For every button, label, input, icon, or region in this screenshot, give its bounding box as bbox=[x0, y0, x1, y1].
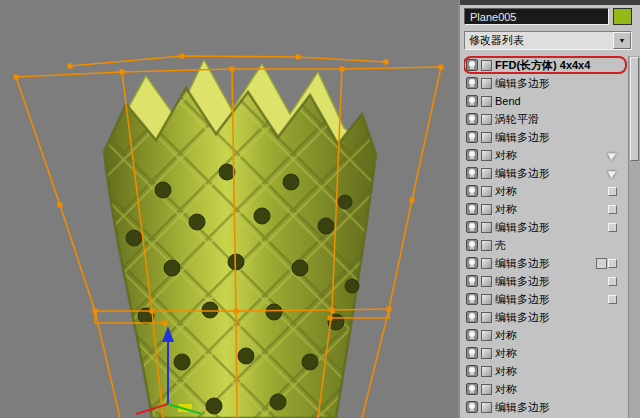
show-end-result-arrow-icon[interactable] bbox=[608, 168, 619, 179]
modifier-row[interactable]: 壳 bbox=[464, 236, 627, 254]
modifier-label: FFD(长方体) 4x4x4 bbox=[495, 58, 590, 73]
stack-scrollbar[interactable] bbox=[628, 56, 640, 418]
modifier-onoff-bulb-icon[interactable] bbox=[466, 59, 478, 71]
modifier-onoff-bulb-icon[interactable] bbox=[466, 185, 478, 197]
modifier-type-icon bbox=[481, 186, 492, 197]
modifier-type-icon bbox=[481, 78, 492, 89]
modifier-type-icon bbox=[481, 276, 492, 287]
modifier-gizmo-icon[interactable] bbox=[608, 295, 617, 304]
modifier-type-icon bbox=[481, 114, 492, 125]
modifier-onoff-bulb-icon[interactable] bbox=[466, 77, 478, 89]
modifier-row[interactable]: 对称 bbox=[464, 380, 627, 398]
modifier-label: Bend bbox=[495, 95, 521, 107]
modifier-row[interactable]: 编辑多边形 bbox=[464, 272, 627, 290]
modifier-row[interactable]: 对称 bbox=[464, 362, 627, 380]
modifier-type-icon bbox=[481, 366, 492, 377]
modifier-label: 编辑多边形 bbox=[495, 256, 550, 271]
modifier-label: 编辑多边形 bbox=[495, 310, 550, 325]
modifier-gizmo-icon[interactable] bbox=[608, 277, 617, 286]
modifier-onoff-bulb-icon[interactable] bbox=[466, 221, 478, 233]
modifier-row[interactable]: 编辑多边形 bbox=[464, 164, 627, 182]
modifier-onoff-bulb-icon[interactable] bbox=[466, 203, 478, 215]
modifier-row[interactable]: 编辑多边形 bbox=[464, 74, 627, 92]
modifier-onoff-bulb-icon[interactable] bbox=[466, 383, 478, 395]
modifier-onoff-bulb-icon[interactable] bbox=[466, 347, 478, 359]
3dsmax-window: Plane005 修改器列表 ▼ FFD(长方体) 4x4x4 编辑多边形 Be… bbox=[0, 0, 640, 418]
modifier-row[interactable]: 涡轮平滑 bbox=[464, 110, 627, 128]
modifier-onoff-bulb-icon[interactable] bbox=[466, 401, 478, 413]
modifier-onoff-bulb-icon[interactable] bbox=[466, 311, 478, 323]
modifier-row[interactable]: FFD(长方体) 4x4x4 bbox=[464, 56, 627, 74]
modifier-type-icon bbox=[481, 330, 492, 341]
modifier-label: 涡轮平滑 bbox=[495, 112, 539, 127]
show-end-result-arrow-icon[interactable] bbox=[608, 150, 619, 161]
modifier-label: 编辑多边形 bbox=[495, 76, 550, 91]
modifier-onoff-bulb-icon[interactable] bbox=[466, 365, 478, 377]
panel-top-strip bbox=[460, 0, 640, 5]
modifier-row[interactable]: 编辑多边形 bbox=[464, 290, 627, 308]
modifier-label: 对称 bbox=[495, 184, 517, 199]
modifier-list-dropdown[interactable]: 修改器列表 ▼ bbox=[464, 31, 632, 50]
modifier-row[interactable]: 对称 bbox=[464, 182, 627, 200]
modifier-label: 对称 bbox=[495, 148, 517, 163]
modifier-row[interactable]: 编辑多边形 bbox=[464, 218, 627, 236]
modifier-onoff-bulb-icon[interactable] bbox=[466, 113, 478, 125]
modifier-row[interactable]: Bend bbox=[464, 92, 627, 110]
modifier-onoff-bulb-icon[interactable] bbox=[466, 293, 478, 305]
modifier-onoff-bulb-icon[interactable] bbox=[466, 167, 478, 179]
modifier-row[interactable]: 对称 bbox=[464, 326, 627, 344]
chevron-down-icon[interactable]: ▼ bbox=[613, 32, 631, 49]
modifier-row[interactable]: 编辑多边形 bbox=[464, 308, 627, 326]
modifier-type-icon bbox=[481, 150, 492, 161]
modifier-row[interactable]: 对称 bbox=[464, 146, 627, 164]
modifier-onoff-bulb-icon[interactable] bbox=[466, 257, 478, 269]
modifier-type-icon bbox=[481, 402, 492, 413]
modifier-label: 对称 bbox=[495, 346, 517, 361]
modifier-stack: FFD(长方体) 4x4x4 编辑多边形 Bend 涡轮平滑 编辑多边形 对称 … bbox=[464, 56, 627, 418]
modifier-onoff-bulb-icon[interactable] bbox=[466, 329, 478, 341]
modifier-onoff-bulb-icon[interactable] bbox=[466, 149, 478, 161]
modifier-type-icon bbox=[481, 204, 492, 215]
modifier-row[interactable]: 对称 bbox=[464, 344, 627, 362]
modifier-list-dropdown-label: 修改器列表 bbox=[465, 32, 613, 49]
modifier-row[interactable]: 编辑多边形 bbox=[464, 398, 627, 416]
modifier-onoff-bulb-icon[interactable] bbox=[466, 275, 478, 287]
modifier-type-icon bbox=[481, 96, 492, 107]
modifier-label: 对称 bbox=[495, 382, 517, 397]
modifier-type-icon bbox=[481, 132, 492, 143]
viewport-canvas bbox=[0, 0, 458, 418]
modifier-gizmo-icon[interactable] bbox=[608, 205, 617, 214]
modifier-type-icon bbox=[481, 222, 492, 233]
modifier-onoff-bulb-icon[interactable] bbox=[466, 95, 478, 107]
modifier-type-icon bbox=[481, 312, 492, 323]
modifier-gizmo-icon[interactable] bbox=[608, 187, 617, 196]
modifier-row[interactable]: 编辑多边形 bbox=[464, 128, 627, 146]
modifier-label: 编辑多边形 bbox=[495, 274, 550, 289]
modifier-onoff-bulb-icon[interactable] bbox=[466, 131, 478, 143]
modifier-label: 对称 bbox=[495, 364, 517, 379]
object-name-field[interactable]: Plane005 bbox=[464, 8, 609, 25]
modifier-label: 壳 bbox=[495, 238, 506, 253]
modifier-label: 编辑多边形 bbox=[495, 400, 550, 415]
object-name-row: Plane005 bbox=[464, 8, 632, 25]
stack-scrollbar-thumb[interactable] bbox=[630, 57, 639, 161]
modifier-row[interactable]: 编辑多边形 bbox=[464, 254, 627, 272]
modifier-type-icon bbox=[481, 60, 492, 71]
modifier-gizmo-icon[interactable] bbox=[608, 223, 617, 232]
modifier-label: 编辑多边形 bbox=[495, 292, 550, 307]
modifier-row[interactable]: 对称 bbox=[464, 200, 627, 218]
modifier-onoff-bulb-icon[interactable] bbox=[466, 239, 478, 251]
modify-panel: Plane005 修改器列表 ▼ FFD(长方体) 4x4x4 编辑多边形 Be… bbox=[458, 0, 640, 418]
modifier-gizmo-icon[interactable] bbox=[608, 259, 617, 268]
object-color-swatch[interactable] bbox=[613, 8, 632, 25]
modifier-label: 对称 bbox=[495, 328, 517, 343]
modifier-label: 编辑多边形 bbox=[495, 220, 550, 235]
modifier-type-icon bbox=[481, 258, 492, 269]
modifier-stack-area: FFD(长方体) 4x4x4 编辑多边形 Bend 涡轮平滑 编辑多边形 对称 … bbox=[462, 56, 640, 418]
modifier-type-icon bbox=[481, 348, 492, 359]
perspective-viewport[interactable] bbox=[0, 0, 458, 418]
modifier-type-icon bbox=[481, 240, 492, 251]
modifier-label: 编辑多边形 bbox=[495, 166, 550, 181]
modifier-type-icon bbox=[481, 384, 492, 395]
modifier-type-icon bbox=[481, 168, 492, 179]
